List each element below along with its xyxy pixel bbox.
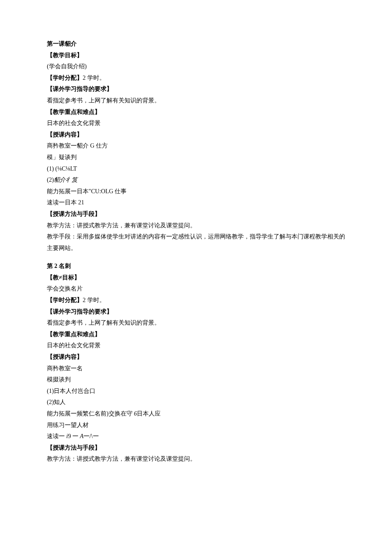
- lesson2-hours: 【学时分配】2 学时。: [47, 295, 345, 306]
- lesson2-content-5a: 能力拓展一频繁仁名前)交换在守: [47, 410, 134, 417]
- lesson1-extra-text: 看指定参考书，上网了解有关知识的背景。: [47, 95, 345, 107]
- lesson2-content-7c: 9 一: [68, 433, 80, 439]
- lesson1-title: 第一课貂介: [47, 38, 345, 50]
- section-divider: [47, 254, 345, 261]
- lesson1-method-1: 教学方法：讲授式教学方法，兼有课堂讨论及课堂提问。: [47, 220, 345, 232]
- lesson2-content-7: 速读一 i9 一 A一/\一: [47, 431, 345, 442]
- lesson2-content-3: (1)日本人付岂合口: [47, 386, 345, 397]
- lesson2-focus-label: 【教学重点和难点】: [47, 329, 345, 340]
- lesson1-content-4a: (2): [47, 177, 54, 183]
- lesson2-content-5: 能力拓展一频繁仁名前)交换在守 6日本人应: [47, 408, 345, 420]
- lesson2-content-6: 用练习一望人材: [47, 420, 345, 431]
- lesson1-focus-label: 【教学重点和难点】: [47, 107, 345, 118]
- lesson1-focus-text: 日本的社会文化背景: [47, 118, 345, 129]
- lesson2-method-label: 【授课方法与手段】: [47, 442, 345, 454]
- lesson2-content-4: (2)知人: [47, 397, 345, 408]
- lesson1-goal-text: (学会自我介绍): [47, 61, 345, 73]
- lesson1-content-6: 速读一日本 21: [47, 197, 345, 209]
- lesson2-focus-text: 日本的社会文化背景: [47, 340, 345, 352]
- lesson1-hours-label: 【学时分配】: [47, 75, 83, 81]
- lesson1-content-label: 【授课内容】: [47, 129, 345, 141]
- lesson2-extra-text: 看指定参考书，上网了解有关知识的背景。: [47, 317, 345, 329]
- lesson1-content-5: 能力拓展一日本"CU:OLG 仕事: [47, 186, 345, 198]
- lesson1-method-2: 教学手段：采用多媒体使学生对讲述的内容有一定感性认识，运用网络教学，指导学生了解…: [47, 231, 345, 254]
- lesson1-hours: 【学时分配】2 学时。: [47, 73, 345, 84]
- lesson2-content-7d: A: [80, 433, 84, 439]
- lesson1-content-4b: 貂介彳笈: [54, 177, 78, 183]
- lesson2-goal-label: 【教≠目标】: [47, 272, 345, 284]
- lesson1-content-1: 商矜教室一貂介 G 仕方: [47, 140, 345, 152]
- lesson2-content-1: 商矜教室一名: [47, 363, 345, 375]
- lesson1-extra-label: 【课外学习指导的要求】: [47, 84, 345, 95]
- lesson1-content-2: 模」疑谈判: [47, 152, 345, 163]
- lesson2-content-7e: 一/\一: [84, 433, 99, 439]
- lesson1-content-3: (1) (⅛C⅛LT: [47, 163, 345, 175]
- lesson2-content-5c: 日本人应: [137, 410, 161, 417]
- lesson2-content-2: 模掇谈判: [47, 374, 345, 386]
- lesson2-method-1: 教学方法：讲授式教学方法，兼有课堂讨论及课堂提问。: [47, 453, 345, 465]
- lesson1-content-4: (2)貂介彳笈: [47, 174, 345, 186]
- lesson2-hours-text: 2 学时。: [83, 297, 105, 303]
- lesson2-content-7a: 速读一: [47, 433, 66, 439]
- lesson2-hours-label: 【学时分配】: [47, 297, 83, 303]
- lesson1-hours-text: 2 学时。: [83, 75, 105, 81]
- lesson2-title: 第 2 名刺: [47, 261, 345, 272]
- lesson2-extra-label: 【课外学习指导的要求】: [47, 306, 345, 318]
- lesson1-goal-label: 【教学目标】: [47, 50, 345, 61]
- lesson2-content-label: 【授课内容】: [47, 352, 345, 363]
- lesson2-goal-text: 学会交换名片: [47, 283, 345, 295]
- lesson1-method-label: 【授课方法与手段】: [47, 209, 345, 220]
